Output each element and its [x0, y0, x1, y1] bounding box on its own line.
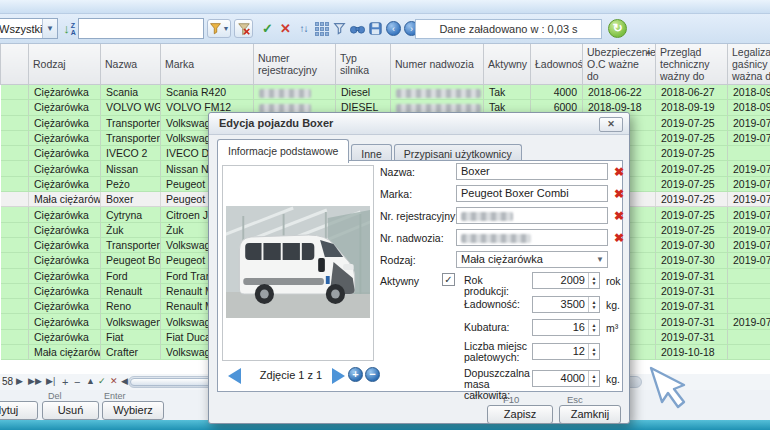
clear-field-icon[interactable]: ✖: [612, 165, 626, 179]
clear-field-icon[interactable]: ✖: [612, 209, 626, 223]
grid-column-header[interactable]: Numer rejestracyjny ▲: [254, 44, 336, 85]
dialog-title-bar[interactable]: Edycja pojazdu Boxer: [209, 113, 629, 135]
apply-button[interactable]: ✓: [258, 19, 277, 38]
spinner-arrows-icon[interactable]: ▲▼: [588, 320, 599, 335]
column-label: Rodzaj: [33, 58, 66, 70]
nr-rejestracyjny-field[interactable]: [456, 207, 608, 224]
grid-column-header[interactable]: Nazwa ▲: [101, 44, 161, 85]
column-label: Numer nadwozia: [395, 58, 474, 70]
grid-column-header[interactable]: Ubezpieczenie O.C ważne do ▲: [583, 44, 656, 85]
grid-column-header[interactable]: Legalizacja gaśnicy ważna do ▲: [728, 44, 770, 85]
sort-rows-button[interactable]: ↑↓: [294, 19, 313, 38]
grid-column-header[interactable]: Numer nadwozia ▲: [391, 44, 484, 85]
spinner-arrows-icon[interactable]: ▲▼: [588, 273, 599, 288]
record-count: 58: [2, 376, 13, 387]
kubatura-stepper[interactable]: 16 ▲▼: [532, 319, 600, 336]
cancel-button[interactable]: ✕: [276, 19, 295, 38]
find-button[interactable]: [348, 19, 367, 38]
dialog-tab[interactable]: Informacje podstawowe: [217, 139, 349, 163]
chevron-down-icon: ▼: [42, 19, 57, 38]
cell-legalizacja: 2019-07-2: [728, 115, 770, 130]
photo-next-icon[interactable]: [332, 368, 345, 384]
nav-next-icon[interactable]: ▶: [16, 376, 23, 386]
edit-button[interactable]: Edytuj: [0, 401, 38, 420]
rodzaj-dropdown[interactable]: Mała ciężarówka ▼: [456, 251, 608, 268]
spinner-arrows-icon[interactable]: ▲▼: [588, 371, 599, 386]
close-button[interactable]: Zamknij: [559, 405, 621, 424]
redacted-value: [396, 89, 481, 98]
nav-cancel-icon[interactable]: ✕: [110, 376, 118, 386]
ladownosc-stepper[interactable]: 3500 ▲▼: [532, 296, 600, 313]
row-indicator-cell: [1, 237, 29, 252]
aktywny-checkbox[interactable]: ✓: [442, 273, 455, 286]
nav-next-page-icon[interactable]: ▶▶: [28, 376, 42, 386]
cell-przeglad: 2019-07-25: [656, 176, 728, 191]
category-dropdown[interactable]: Wszystkie ▼: [0, 18, 58, 39]
masa-calkowita-stepper[interactable]: 4000 ▲▼: [532, 370, 600, 387]
photo-remove-icon[interactable]: −: [365, 367, 380, 382]
photo-add-icon[interactable]: +: [348, 367, 363, 382]
grid-column-header[interactable]: ▲: [1, 44, 29, 85]
marka-field[interactable]: Peugeot Boxer Combi: [456, 185, 608, 202]
nazwa-field[interactable]: Boxer: [456, 163, 608, 180]
sort-az-button[interactable]: ↓ ZA: [60, 19, 79, 38]
nav-last-icon[interactable]: ▶|: [46, 376, 55, 386]
columns-button[interactable]: [312, 19, 331, 38]
dialog-close-button[interactable]: ✕: [599, 117, 623, 132]
spinner-arrows-icon[interactable]: ▲▼: [588, 344, 599, 359]
row-indicator-cell: [1, 176, 29, 191]
field-label-liczba-miejsc: Liczba miejsc paletowych:: [464, 341, 530, 363]
grid-column-header[interactable]: Ładowność ▲: [531, 44, 583, 85]
photo-prev-icon[interactable]: [228, 368, 241, 384]
cell-przeglad: 2019-07-30: [656, 253, 728, 268]
cell-rodzaj: Ciężarówka: [29, 299, 101, 314]
nav-delete-icon[interactable]: −: [74, 376, 80, 388]
filter-panel-button[interactable]: [330, 19, 349, 38]
cell-legalizacja: 2019-07-2: [728, 130, 770, 145]
clear-filter-button[interactable]: [234, 19, 253, 38]
cell-nazwa: Transporter 3: [101, 237, 161, 252]
delete-button[interactable]: Usuń: [42, 401, 99, 420]
cell-nazwa: IVECO 2: [101, 146, 161, 161]
cell-przeglad: 2019-07-25: [656, 207, 728, 222]
field-label-kubatura: Kubatura:: [464, 322, 530, 333]
refresh-button[interactable]: ↻: [608, 19, 627, 38]
row-indicator-cell: [1, 253, 29, 268]
scroll-left-icon[interactable]: ◀: [121, 376, 128, 386]
select-button[interactable]: Wybierz: [102, 401, 164, 420]
x-icon: ✕: [280, 21, 291, 36]
grid-column-header[interactable]: Marka ▲: [161, 44, 254, 85]
row-indicator-cell: [1, 130, 29, 145]
row-indicator-cell: [1, 115, 29, 130]
export-button[interactable]: ‹: [384, 19, 403, 38]
cell-rodzaj: Ciężarówka: [29, 314, 101, 329]
cell-przeglad: 2019-07-31: [656, 329, 728, 344]
column-label: Aktywny: [488, 58, 527, 70]
columns-grid-icon: [315, 22, 329, 36]
nr-nadwozia-field[interactable]: [456, 229, 608, 246]
delete-key-hint: Del: [48, 391, 62, 401]
grid-column-header[interactable]: Typ silnika ▲: [336, 44, 391, 85]
search-input[interactable]: [78, 18, 204, 39]
grid-column-header[interactable]: Rodzaj ▲: [29, 44, 101, 85]
nav-insert-icon[interactable]: +: [62, 376, 68, 388]
row-indicator-cell: [1, 268, 29, 283]
cell-rodzaj: Ciężarówka: [29, 207, 101, 222]
filter-button[interactable]: ▼: [207, 19, 231, 38]
nav-post-icon[interactable]: ✓: [98, 376, 106, 386]
save-button[interactable]: Zapisz: [487, 405, 553, 424]
nav-edit-icon[interactable]: ▲: [86, 376, 95, 386]
grid-column-header[interactable]: Przegląd techniczny ważny do ▲: [656, 44, 728, 85]
row-indicator-cell: [1, 207, 29, 222]
funnel-icon: [333, 22, 346, 35]
table-row[interactable]: Ciężarówka Scania Scania R420 Diesel Tak…: [1, 85, 770, 100]
rok-produkcji-stepper[interactable]: 2009 ▲▼: [532, 272, 600, 289]
clear-field-icon[interactable]: ✖: [612, 231, 626, 245]
save-button[interactable]: [366, 19, 385, 38]
spinner-arrows-icon[interactable]: ▲▼: [588, 297, 599, 312]
liczba-miejsc-stepper[interactable]: 12 ▲▼: [532, 343, 600, 360]
cell-nazwa: Boxer: [101, 192, 161, 207]
clear-field-icon[interactable]: ✖: [612, 187, 626, 201]
grid-column-header[interactable]: Aktywny ▲: [484, 44, 531, 85]
status-bar: Dane załadowano w : 0,03 s: [415, 19, 602, 39]
